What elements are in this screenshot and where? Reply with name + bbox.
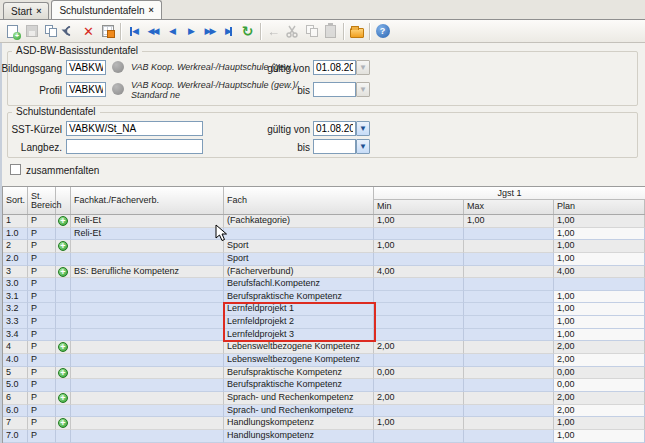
header-fach[interactable]: Fach bbox=[224, 187, 374, 214]
last-record-button[interactable]: ▶ bbox=[219, 22, 238, 41]
undo-button[interactable] bbox=[60, 22, 79, 41]
zusammenfalten-checkbox[interactable] bbox=[10, 164, 21, 175]
basis-group-title: ASD-BW-Basisstundentafel bbox=[12, 45, 142, 56]
cell-bereich: P bbox=[28, 329, 56, 342]
expand-plus-icon[interactable]: + bbox=[58, 418, 68, 428]
table-row[interactable]: 3.2PLernfeldprojekt 11,00 bbox=[3, 303, 645, 316]
toolbar-separator bbox=[369, 23, 370, 40]
table-row[interactable]: 1.0PReli-Et1,00 bbox=[3, 228, 645, 241]
fast-forward-button[interactable]: ▶▶ bbox=[200, 22, 219, 41]
cell-fach: Lebensweltbezogene Kompetenz bbox=[224, 354, 374, 367]
delete-record-button[interactable]: ✕ bbox=[79, 22, 98, 41]
table-row[interactable]: 4.0PLebensweltbezogene Kompetenz2,00 bbox=[3, 354, 645, 367]
bildungsgang-lookup-icon[interactable] bbox=[112, 61, 124, 73]
cell-plan: 2,00 bbox=[554, 341, 645, 354]
basis-gueltig-von-input[interactable] bbox=[313, 60, 356, 75]
tafel-bis-input[interactable] bbox=[313, 139, 356, 154]
table-row[interactable]: 3P+BS: Berufliche Kompetenz(Fächerverbun… bbox=[3, 266, 645, 279]
cell-icon[interactable]: + bbox=[56, 215, 71, 228]
cell-sort: 4 bbox=[3, 341, 28, 354]
refresh-button[interactable]: ↻ bbox=[238, 22, 257, 41]
table-row[interactable]: 4P+Lebensweltbezogene Kompetenz2,002,00 bbox=[3, 341, 645, 354]
table-row[interactable]: 3.4PLernfeldprojekt 31,00 bbox=[3, 329, 645, 342]
cell-min: 1,00 bbox=[374, 215, 464, 228]
cell-icon[interactable]: + bbox=[56, 392, 71, 405]
table-row[interactable]: 3.0PBerufsfachl.Kompetenz bbox=[3, 278, 645, 291]
table-row[interactable]: 2P+Sport1,001,00 bbox=[3, 240, 645, 253]
expand-plus-icon[interactable]: + bbox=[58, 216, 68, 226]
cell-sort: 2.0 bbox=[3, 253, 28, 266]
header-icon-column[interactable] bbox=[56, 187, 71, 214]
bildungsgang-input[interactable] bbox=[66, 60, 106, 75]
header-sort[interactable]: Sort. bbox=[3, 187, 28, 214]
navigate-back-button[interactable]: ← bbox=[264, 22, 283, 41]
profil-input[interactable] bbox=[66, 82, 106, 97]
expand-plus-icon[interactable]: + bbox=[58, 267, 68, 277]
first-record-button[interactable]: ◀ bbox=[124, 22, 143, 41]
header-plan[interactable]: Plan bbox=[554, 200, 645, 214]
cell-bereich: P bbox=[28, 278, 56, 291]
table-row[interactable]: 5P+Berufspraktische Kompetenz0,000,00 bbox=[3, 367, 645, 380]
tafel-gueltig-von-input[interactable] bbox=[313, 121, 356, 136]
cell-icon[interactable]: + bbox=[56, 240, 71, 253]
next-record-button[interactable]: ▶ bbox=[181, 22, 200, 41]
cell-icon[interactable]: + bbox=[56, 417, 71, 430]
duplicate-record-button[interactable] bbox=[41, 22, 60, 41]
tafel-bis-label: bis bbox=[240, 142, 310, 153]
header-bereich[interactable]: St. Bereich bbox=[28, 187, 56, 214]
tab-start[interactable]: Start × bbox=[3, 2, 49, 19]
cell-icon[interactable]: + bbox=[56, 341, 71, 354]
cell-fach: Berufspraktische Kompetenz bbox=[224, 291, 374, 304]
basis-gueltig-von-dropdown chevron-down-icon[interactable]: ▼ bbox=[356, 60, 370, 75]
copy-button[interactable] bbox=[302, 22, 321, 41]
basis-bis-input[interactable] bbox=[313, 82, 356, 97]
tafel-gueltig-von-dropdown chevron-down-icon[interactable]: ▼ bbox=[356, 121, 370, 136]
tab-close-icon[interactable]: × bbox=[148, 6, 153, 15]
table-row[interactable]: 7.0PHandlungskompetenz1,00 bbox=[3, 430, 645, 443]
expand-plus-icon[interactable]: + bbox=[58, 368, 68, 378]
cell-icon[interactable]: + bbox=[56, 367, 71, 380]
tafel-bis-dropdown chevron-down-icon[interactable]: ▼ bbox=[356, 139, 370, 154]
header-min[interactable]: Min bbox=[374, 200, 464, 214]
cell-fach: Sport bbox=[224, 253, 374, 266]
tab-close-icon[interactable]: × bbox=[36, 7, 41, 16]
cell-fachkat bbox=[71, 392, 224, 405]
basis-bis-dropdown chevron-down-icon[interactable]: ▼ bbox=[356, 82, 370, 97]
edit-form-button[interactable] bbox=[98, 22, 117, 41]
expand-plus-icon[interactable]: + bbox=[58, 342, 68, 352]
table-row[interactable]: 6P+Sprach- und Rechenkompetenz2,002,00 bbox=[3, 392, 645, 405]
tab-schulstundentafeln[interactable]: Schulstundentafeln × bbox=[51, 0, 161, 19]
table-row[interactable]: 3.1PBerufspraktische Kompetenz1,00 bbox=[3, 291, 645, 304]
paste-button[interactable] bbox=[321, 22, 340, 41]
table-row[interactable]: 6.0PSprach- und Rechenkompetenz2,00 bbox=[3, 405, 645, 418]
table-row[interactable]: 1P+Reli-Et(Fachkategorie)1,001,001,00 bbox=[3, 215, 645, 228]
langbez-input[interactable] bbox=[66, 139, 203, 154]
fast-rewind-button[interactable]: ◀◀ bbox=[143, 22, 162, 41]
new-record-button[interactable]: + bbox=[3, 22, 22, 41]
table-row[interactable]: 5.0PBerufspraktische Kompetenz0,00 bbox=[3, 379, 645, 392]
cell-icon[interactable]: + bbox=[56, 266, 71, 279]
previous-record-button[interactable]: ◀ bbox=[162, 22, 181, 41]
previous-record-icon: ◀ bbox=[169, 26, 174, 36]
cell-icon bbox=[56, 253, 71, 266]
sst-kuerzel-input[interactable] bbox=[66, 121, 203, 136]
header-max[interactable]: Max bbox=[464, 200, 554, 214]
header-jgst[interactable]: Jgst 1 bbox=[374, 187, 645, 200]
open-folder-button[interactable] bbox=[347, 22, 366, 41]
cell-icon bbox=[56, 278, 71, 291]
table-row[interactable]: 3.3PLernfeldprojekt 21,00 bbox=[3, 316, 645, 329]
help-button[interactable]: ? bbox=[373, 22, 392, 41]
expand-plus-icon[interactable]: + bbox=[58, 393, 68, 403]
save-button[interactable] bbox=[22, 22, 41, 41]
header-fachkat[interactable]: Fachkat./Fächerverb. bbox=[71, 187, 224, 214]
cut-button[interactable] bbox=[283, 22, 302, 41]
table-row[interactable]: 7P+Handlungskompetenz1,001,00 bbox=[3, 417, 645, 430]
sst-kuerzel-label: SST-Kürzel bbox=[0, 124, 62, 135]
expand-plus-icon[interactable]: + bbox=[58, 241, 68, 251]
refresh-icon: ↻ bbox=[242, 24, 254, 38]
cell-fachkat bbox=[71, 240, 224, 253]
cell-fachkat bbox=[71, 367, 224, 380]
profil-lookup-icon[interactable] bbox=[112, 83, 124, 95]
cell-fachkat: BS: Berufliche Kompetenz bbox=[71, 266, 224, 279]
table-row[interactable]: 2.0PSport1,00 bbox=[3, 253, 645, 266]
